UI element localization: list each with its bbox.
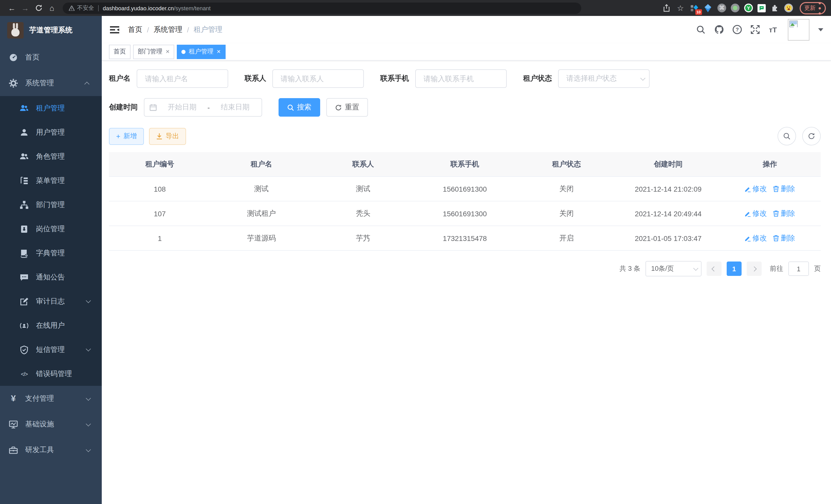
search-icon[interactable] (696, 24, 706, 35)
font-size-icon[interactable]: тT (768, 24, 778, 35)
refresh-table-button[interactable] (802, 127, 821, 145)
app-logo-row[interactable]: 芋道管理系统 (0, 16, 102, 45)
sidebar-item-devtools[interactable]: 研发工具 (0, 437, 102, 463)
page-number-1[interactable]: 1 (727, 262, 742, 276)
sidebar-item-notice[interactable]: 通知公告 (0, 265, 102, 289)
tenant-name-input[interactable] (137, 69, 228, 88)
export-button[interactable]: 导出 (149, 128, 186, 145)
breadcrumb-system[interactable]: 系统管理 (154, 25, 182, 34)
sidebar-item-dept[interactable]: 部门管理 (0, 192, 102, 217)
end-date-placeholder[interactable]: 结束日期 (214, 103, 256, 112)
status-placeholder: 请选择租户状态 (566, 74, 640, 83)
sidebar-item-pay[interactable]: ¥ 支付管理 (0, 386, 102, 412)
share-icon[interactable] (662, 3, 671, 12)
sidebar-item-post[interactable]: 岗位管理 (0, 217, 102, 241)
delete-link[interactable]: 删除 (773, 184, 795, 194)
sidebar-item-sms[interactable]: 短信管理 (0, 337, 102, 362)
browser-back-icon[interactable]: ← (5, 1, 19, 14)
sidebar-item-tenant[interactable]: 租户管理 (0, 96, 102, 120)
start-date-placeholder[interactable]: 开始日期 (161, 103, 203, 112)
sidebar-item-system[interactable]: 系统管理 (0, 70, 102, 96)
shield-icon (20, 345, 29, 354)
sidebar-item-errcode[interactable]: </> 错误码管理 (0, 362, 102, 386)
sidebar-item-dict[interactable]: 字典管理 (0, 241, 102, 265)
sidebar-item-label: 部门管理 (36, 200, 102, 209)
edit-icon (745, 186, 751, 192)
prev-page-button[interactable] (707, 262, 721, 276)
ext-puzzle-icon[interactable] (770, 3, 780, 12)
tag-close-icon[interactable]: ✕ (166, 49, 170, 55)
browser-menu-icon[interactable]: ●●● (818, 0, 821, 16)
org-chart-icon (20, 200, 29, 209)
goto-page-input[interactable] (789, 262, 809, 276)
toggle-search-button[interactable] (778, 127, 796, 145)
sidebar-item-infra[interactable]: 基础设施 (0, 412, 102, 437)
chevron-down-icon (640, 75, 646, 80)
cell-mobile: 15601691300 (414, 185, 516, 193)
ext-kite-icon[interactable] (704, 3, 713, 12)
add-button[interactable]: + 新增 (109, 128, 144, 145)
sidebar-item-menu[interactable]: 菜单管理 (0, 169, 102, 192)
page-size-select[interactable]: 10条/页 (646, 261, 701, 276)
chevron-down-icon (86, 395, 91, 401)
sidebar-item-online-user[interactable]: 在线用户 (0, 314, 102, 337)
next-page-button[interactable] (747, 262, 762, 276)
tag-dept[interactable]: 部门管理 ✕ (133, 45, 174, 59)
cell-status: 开启 (516, 234, 618, 243)
browser-update-button[interactable]: 更新 ●●● (800, 2, 826, 14)
browser-forward-icon[interactable]: → (19, 1, 32, 14)
chevron-down-icon (86, 346, 91, 351)
status-select[interactable]: 请选择租户状态 (558, 69, 650, 88)
roles-icon (20, 152, 29, 161)
cell-created: 2021-12-14 21:02:09 (618, 185, 719, 193)
status-label: 租户状态 (523, 74, 552, 83)
plus-icon: + (116, 132, 120, 140)
edit-link[interactable]: 修改 (745, 209, 767, 218)
ext-grid-icon[interactable]: 10 (690, 3, 699, 12)
screen: ← → ⌂ 不安全 dashboard.yudao.iocoder.cn /sy… (0, 0, 831, 504)
tag-close-icon[interactable]: ✕ (217, 49, 221, 55)
code-icon: </> (20, 369, 29, 378)
sidebar-item-home[interactable]: 首页 (0, 45, 102, 70)
tag-home[interactable]: 首页 (109, 45, 131, 59)
security-label[interactable]: 不安全 (77, 4, 94, 12)
edit-link[interactable]: 修改 (745, 234, 767, 243)
mobile-label: 联系手机 (380, 74, 409, 83)
bookmark-star-icon[interactable]: ☆ (676, 3, 685, 12)
browser-home-icon[interactable]: ⌂ (45, 1, 59, 14)
avatar-caret-icon[interactable] (818, 28, 823, 31)
sidebar-item-audit-log[interactable]: 审计日志 (0, 289, 102, 314)
mobile-input[interactable] (415, 69, 507, 88)
url-host[interactable]: dashboard.yudao.iocoder.cn (103, 5, 174, 11)
collapse-sidebar-icon[interactable] (110, 24, 120, 35)
tenant-name-label: 租户名 (109, 74, 131, 83)
reset-button[interactable]: 重置 (326, 98, 368, 117)
github-icon[interactable] (714, 24, 724, 35)
breadcrumb-home[interactable]: 首页 (128, 25, 142, 34)
ext-green-dot-icon[interactable] (731, 4, 740, 12)
chevron-right-icon (752, 266, 757, 271)
tenant-table: 租户编号 租户名 联系人 联系手机 租户状态 创建时间 操作 108 测试 测试… (109, 152, 821, 251)
sidebar-item-role[interactable]: 角色管理 (0, 144, 102, 169)
help-icon[interactable]: ? (732, 24, 742, 35)
avatar[interactable] (788, 19, 809, 40)
breadcrumb-separator: / (147, 25, 149, 34)
ext-command-icon[interactable]: ⌘ (717, 4, 726, 12)
date-range-picker[interactable]: 开始日期 - 结束日期 (144, 98, 262, 117)
browser-reload-icon[interactable] (32, 1, 45, 14)
fullscreen-icon[interactable] (750, 24, 760, 35)
url-path[interactable]: /system/tenant (174, 5, 210, 11)
search-button[interactable]: 搜索 (279, 98, 320, 117)
delete-link[interactable]: 删除 (773, 209, 795, 218)
contact-input[interactable] (273, 69, 364, 88)
address-bar[interactable]: 不安全 dashboard.yudao.iocoder.cn /system/t… (63, 2, 581, 13)
ext-chat-icon[interactable] (757, 4, 766, 12)
delete-link[interactable]: 删除 (773, 234, 795, 243)
ext-emoji-icon[interactable] (784, 4, 793, 12)
ext-y-icon[interactable]: Y (744, 4, 753, 12)
cell-tenant-id: 107 (109, 209, 211, 217)
sidebar-item-label: 菜单管理 (36, 176, 102, 185)
edit-link[interactable]: 修改 (745, 184, 767, 194)
tag-tenant[interactable]: 租户管理 ✕ (177, 45, 226, 59)
sidebar-item-user[interactable]: 用户管理 (0, 120, 102, 144)
